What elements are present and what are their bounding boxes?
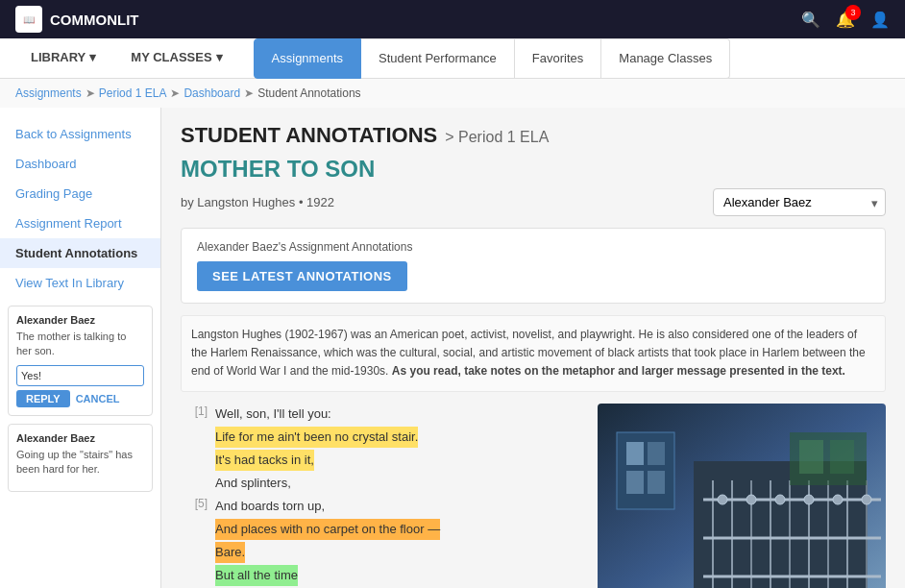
table-row: But all the time [181,565,582,586]
svg-rect-5 [648,471,665,494]
comment-reply-input[interactable] [16,365,144,386]
library-button[interactable]: LIBRARY ▾ [15,38,111,79]
tab-assignments[interactable]: Assignments [254,38,361,79]
logo-area: 📖 COMMONLIT [15,6,138,33]
author-line: by Langston Hughes • 1922 Alexander Baez… [181,188,886,216]
sidebar-active-arrow [160,348,161,363]
book-title: MOTHER TO SON [181,156,886,183]
breadcrumb: Assignments ➤ Period 1 ELA ➤ Dashboard ➤… [0,79,905,108]
annotation-header: Alexander Baez's Assignment Annotations [197,240,869,254]
sidebar-item-view-text-in-library[interactable]: View Text In Library [0,268,160,298]
table-row: Bare. [181,542,582,563]
comment-box-2: Alexander Baez Going up the "stairs" has… [8,424,153,492]
svg-point-21 [775,495,785,504]
page-title: STUDENT ANNOTATIONS [181,123,437,148]
secondary-navigation: LIBRARY ▾ MY CLASSES ▾ Assignments Stude… [0,38,905,79]
main-layout: Back to Assignments Dashboard Grading Pa… [0,108,905,588]
notification-bell[interactable]: 🔔 3 [836,11,855,29]
chevron-down-icon: ▾ [216,50,223,64]
tab-bar: Assignments Student Performance Favorite… [254,38,731,79]
comment-actions: REPLY CANCEL [16,390,144,407]
table-row: Life for me ain't been no crystal stair. [181,427,582,448]
sidebar-item-back-to-assignments[interactable]: Back to Assignments [0,119,160,149]
svg-rect-1 [617,432,674,509]
breadcrumb-arrow: ➤ [86,86,95,100]
breadcrumb-arrow-2: ➤ [170,86,180,100]
comment-author-1: Alexander Baez [16,314,144,326]
search-icon[interactable]: 🔍 [801,11,820,29]
comment-text-2: Going up the "stairs" has been hard for … [16,448,144,478]
svg-point-23 [833,495,843,504]
breadcrumb-assignments[interactable]: Assignments [15,86,82,100]
comment-box-1: Alexander Baez The mother is talking to … [8,306,153,416]
top-navigation: 📖 COMMONLIT 🔍 🔔 3 👤 [0,0,905,38]
chevron-down-icon: ▾ [89,50,96,64]
poem-area: [1] Well, son, I'll tell you: Life for m… [181,404,886,588]
sec-nav-left-buttons: LIBRARY ▾ MY CLASSES ▾ [15,38,238,79]
breadcrumb-period[interactable]: Period 1 ELA [99,86,167,100]
see-annotations-button[interactable]: SEE LATEST ANNOTATIONS [197,261,407,291]
svg-point-19 [718,495,727,504]
tab-favorites[interactable]: Favorites [515,38,601,79]
annotation-box: Alexander Baez's Assignment Annotations … [181,228,886,304]
table-row: [5] And boards torn up, [181,496,582,517]
breadcrumb-current: Student Annotations [257,86,360,100]
table-row: It's had tacks in it, [181,450,582,471]
reply-button[interactable]: REPLY [16,390,70,407]
breadcrumb-dashboard[interactable]: Dashboard [183,86,240,100]
logo-icon: 📖 [15,6,42,33]
table-row: And splinters, [181,473,582,494]
svg-rect-2 [626,442,644,465]
sidebar: Back to Assignments Dashboard Grading Pa… [0,108,161,588]
student-dropdown[interactable]: Alexander Baez Student 2 Student 3 [713,188,886,216]
sidebar-item-dashboard[interactable]: Dashboard [0,149,160,179]
my-classes-button[interactable]: MY CLASSES ▾ [115,38,237,79]
tab-manage-classes[interactable]: Manage Classes [601,38,730,79]
svg-rect-27 [830,440,854,474]
svg-rect-26 [799,440,823,474]
svg-rect-4 [626,471,644,494]
table-row: [1] Well, son, I'll tell you: [181,404,582,425]
comment-text-1: The mother is talking to her son. [16,330,144,359]
intro-text: Langston Hughes (1902-1967) was an Ameri… [181,315,886,392]
comment-author-2: Alexander Baez [16,432,144,444]
cancel-button[interactable]: CANCEL [76,390,120,407]
user-icon[interactable]: 👤 [870,11,890,29]
breadcrumb-arrow-3: ➤ [244,86,254,100]
logo-text: COMMONLIT [50,12,138,28]
svg-point-20 [746,495,756,504]
sidebar-item-grading-page[interactable]: Grading Page [0,179,160,208]
author-text: by Langston Hughes • 1922 [181,195,334,209]
main-content: STUDENT ANNOTATIONS > Period 1 ELA MOTHE… [161,108,905,588]
poem-lines: [1] Well, son, I'll tell you: Life for m… [181,404,582,588]
sidebar-item-student-annotations[interactable]: Student Annotations [0,238,160,268]
sidebar-item-assignment-report[interactable]: Assignment Report [0,208,160,238]
student-dropdown-wrapper: Alexander Baez Student 2 Student 3 ▾ [713,188,886,216]
svg-rect-3 [648,442,665,465]
svg-point-24 [862,495,871,504]
tab-student-performance[interactable]: Student Performance [361,38,515,79]
poem-image [598,404,886,588]
period-label: > Period 1 ELA [445,129,549,146]
svg-point-22 [804,495,814,504]
notification-count: 3 [845,5,861,20]
table-row: And places with no carpet on the floor — [181,519,582,540]
top-nav-icons: 🔍 🔔 3 👤 [801,11,890,29]
poem-image-area: "new york - manhattan" by Heather Philli… [598,404,886,588]
